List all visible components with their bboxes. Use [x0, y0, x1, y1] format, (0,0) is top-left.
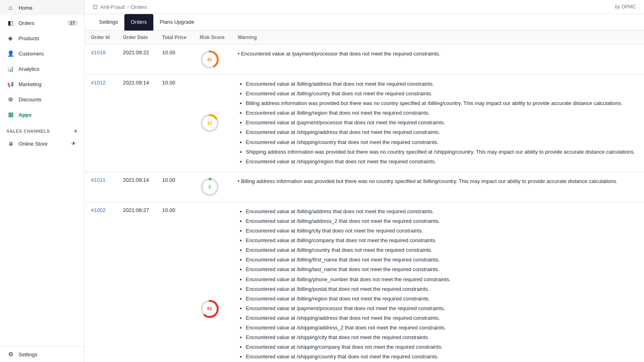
warning-text: • Encountered value at /payment/processo…: [238, 49, 638, 58]
sidebar-item-home[interactable]: Home: [0, 0, 84, 15]
cell-risk-score: 2: [193, 172, 231, 202]
sidebar-item-label: Customers: [19, 51, 44, 57]
apps-icon: [6, 111, 14, 119]
cell-total-price: 10.00: [156, 202, 193, 362]
warning-item: Encountered value at /shipping/address_2…: [246, 323, 638, 332]
sidebar-item-label: Settings: [19, 352, 37, 358]
sidebar-item-label: Online Store: [19, 141, 47, 147]
warning-item: Billing address information was provided…: [246, 99, 638, 108]
warning-item: Encountered value at /shipping/region th…: [246, 157, 638, 166]
orders-table: Order Id Order Date Total Price Risk Sco…: [85, 31, 644, 362]
sidebar-item-label: Orders: [19, 20, 35, 26]
col-total-price: Total Price: [156, 31, 193, 45]
sidebar-item-customers[interactable]: Customers: [0, 46, 84, 61]
breadcrumb: ⊡ Anti-Fraud / Orders: [93, 3, 147, 10]
sidebar-item-label: Analytics: [19, 66, 39, 72]
warning-item: Encountered value at /shipping/address t…: [246, 314, 638, 323]
breadcrumb-current: Orders: [131, 4, 147, 10]
sidebar-item-discounts[interactable]: Discounts: [0, 92, 84, 107]
cell-warnings: Encountered value at /billing/address th…: [231, 202, 644, 362]
antifraud-icon: ⊡: [93, 3, 98, 10]
table-row: #10022021:08:2710.00 61 Encountered valu…: [85, 202, 644, 362]
warning-list: Encountered value at /billing/address th…: [238, 80, 638, 166]
marketing-icon: [6, 80, 14, 88]
cell-warnings: Encountered value at /billing/address th…: [231, 75, 644, 172]
warning-item: Encountered value at /billing/country th…: [246, 89, 638, 98]
sidebar-item-apps[interactable]: Apps: [0, 107, 84, 122]
sidebar-item-marketing[interactable]: Marketing: [0, 76, 84, 92]
cell-order-id: #1018: [85, 45, 116, 75]
sidebar: Home Orders 17 Products Customers Analyt…: [0, 0, 85, 362]
warning-item: Encountered value at /payment/processor …: [246, 304, 638, 313]
cell-risk-score: 15: [193, 75, 231, 172]
main-content: ⊡ Anti-Fraud / Orders by OPMC Settings O…: [85, 0, 644, 362]
table-header-row: Order Id Order Date Total Price Risk Sco…: [85, 31, 644, 45]
cell-order-date: 2021:09:14: [116, 172, 156, 202]
risk-circle: 15: [200, 113, 220, 133]
sidebar-footer: Settings: [0, 346, 84, 362]
col-warning: Warning: [231, 31, 644, 45]
sidebar-item-orders[interactable]: Orders 17: [0, 15, 84, 31]
sidebar-item-analytics[interactable]: Analytics: [0, 61, 84, 76]
warning-item: Encountered value at /billing/phone_numb…: [246, 275, 638, 284]
risk-score-label: 2: [208, 185, 211, 189]
sales-channels-header: SALES CHANNELS +: [0, 122, 84, 136]
tab-orders[interactable]: Orders: [124, 14, 153, 31]
by-opmc-label: by OPMC: [615, 4, 636, 10]
risk-score-label: 61: [207, 306, 212, 311]
sidebar-item-settings[interactable]: Settings: [0, 347, 84, 362]
warning-item: Encountered value at /billing/last_name …: [246, 265, 638, 274]
warning-item: Encountered value at /shipping/country t…: [246, 138, 638, 147]
warning-item: Encountered value at /billing/city that …: [246, 226, 638, 235]
tab-settings[interactable]: Settings: [93, 14, 124, 31]
risk-circle: 2: [200, 177, 220, 197]
warning-item: Encountered value at /billing/company th…: [246, 236, 638, 245]
settings-icon: [6, 350, 14, 358]
sidebar-item-label: Discounts: [19, 97, 41, 103]
sidebar-item-label: Marketing: [19, 81, 41, 87]
table-row: #10112021:09:1410.00 2 • Billing address…: [85, 172, 644, 202]
eye-icon[interactable]: [70, 140, 78, 148]
discounts-icon: [6, 95, 14, 103]
sidebar-item-online-store[interactable]: Online Store: [0, 136, 84, 151]
content-area: Settings Orders Plans Upgrade Order Id O…: [85, 14, 644, 362]
sidebar-item-label: Apps: [19, 112, 32, 118]
warning-item: Encountered value at /shipping/city that…: [246, 333, 638, 342]
cell-warnings: • Encountered value at /payment/processo…: [231, 45, 644, 75]
cell-order-date: 2021:08:27: [116, 202, 156, 362]
warning-item: Encountered value at /billing/first_name…: [246, 255, 638, 264]
warning-item: Encountered value at /shipping/country t…: [246, 352, 638, 361]
analytics-icon: [6, 65, 14, 73]
home-icon: [6, 4, 14, 12]
col-order-id: Order Id: [85, 31, 116, 45]
warning-list: Encountered value at /billing/address th…: [238, 207, 638, 362]
warning-item: Encountered value at /payment/processor …: [246, 118, 638, 127]
order-link[interactable]: #1018: [91, 49, 105, 56]
cell-risk-score: 61: [193, 202, 231, 362]
table-row: #10182021:09:2210.00 41 • Encountered va…: [85, 45, 644, 75]
warning-item: Encountered value at /billing/region tha…: [246, 294, 638, 303]
warning-item: Encountered value at /billing/address th…: [246, 207, 638, 216]
risk-score-label: 15: [207, 121, 212, 125]
orders-icon: [6, 19, 14, 27]
sidebar-item-products[interactable]: Products: [0, 31, 84, 46]
cell-warnings: • Billing address information was provid…: [231, 172, 644, 202]
cell-total-price: 10.00: [156, 172, 193, 202]
sidebar-item-label: Products: [19, 35, 39, 41]
warning-item: Encountered value at /shipping/company t…: [246, 343, 638, 352]
col-order-date: Order Date: [116, 31, 156, 45]
risk-score-label: 41: [207, 58, 212, 62]
warning-item: Encountered value at /billing/country th…: [246, 246, 638, 255]
warning-item: Encountered value at /shipping/address t…: [246, 128, 638, 137]
cell-risk-score: 41: [193, 45, 231, 75]
tab-plans[interactable]: Plans Upgrade: [153, 14, 201, 31]
warning-item: Encountered value at /billing/address th…: [246, 80, 638, 88]
order-link[interactable]: #1011: [91, 177, 105, 183]
cell-order-date: 2021:09:14: [116, 75, 156, 172]
order-link[interactable]: #1012: [91, 80, 105, 86]
products-icon: [6, 34, 14, 42]
order-link[interactable]: #1002: [91, 207, 105, 213]
warning-item: Encountered value at /billing/postal tha…: [246, 285, 638, 294]
store-icon: [6, 140, 14, 148]
add-sales-channel-icon[interactable]: +: [74, 128, 78, 134]
